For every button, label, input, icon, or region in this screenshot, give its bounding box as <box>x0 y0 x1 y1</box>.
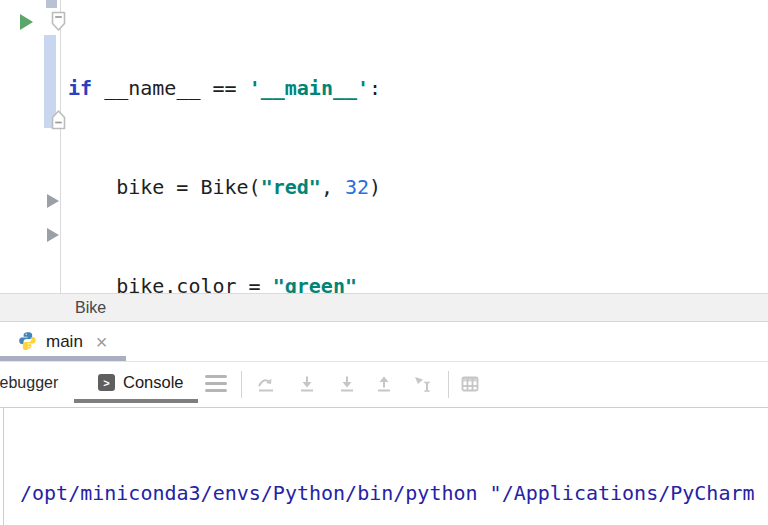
editor-tab-bar: main × <box>0 322 768 362</box>
code-editor[interactable]: if __name__ == '__main__': bike = Bike("… <box>0 0 768 293</box>
run-to-cursor-icon[interactable] <box>412 374 432 394</box>
code-line: bike = Bike("red", 32) <box>68 171 381 204</box>
vcs-change-stub <box>46 0 57 8</box>
console-icon: > <box>98 374 115 391</box>
tab-console[interactable]: > Console <box>98 362 184 403</box>
console-line: /opt/miniconda3/envs/Python/bin/python "… <box>20 477 755 510</box>
python-logo-icon <box>18 331 37 350</box>
close-tab-icon[interactable]: × <box>96 332 108 352</box>
console-tab-active-indicator <box>74 399 198 403</box>
console-left-border <box>3 408 4 525</box>
run-gutter-icon[interactable] <box>20 14 33 30</box>
step-over-icon[interactable] <box>256 374 276 394</box>
step-out-icon[interactable] <box>374 374 394 394</box>
toolbar-separator <box>241 371 242 398</box>
force-step-into-icon[interactable] <box>337 374 357 394</box>
folded-region-arrow-icon[interactable] <box>47 194 59 208</box>
fold-end-icon[interactable] <box>50 109 67 130</box>
toolbar-separator <box>448 371 449 398</box>
breadcrumb-bar: Bike <box>0 293 768 322</box>
step-into-icon[interactable] <box>297 374 317 394</box>
fold-start-icon[interactable] <box>50 11 67 32</box>
folded-region-arrow-icon[interactable] <box>47 228 59 242</box>
tab-main-label[interactable]: main <box>46 332 83 352</box>
tab-selected-indicator <box>0 356 126 361</box>
tab-debugger[interactable]: Debugger <box>0 362 58 403</box>
tab-console-label: Console <box>123 373 184 392</box>
view-as-table-icon[interactable] <box>460 374 480 394</box>
debug-toolbar: Debugger > Console <box>0 362 768 407</box>
code-line: if __name__ == '__main__': <box>68 72 381 105</box>
gutter-separator <box>60 0 61 293</box>
tab-debugger-label: Debugger <box>0 374 58 392</box>
breadcrumb-item-bike[interactable]: Bike <box>75 299 106 317</box>
hamburger-icon[interactable] <box>205 375 227 396</box>
console-output-text: /opt/miniconda3/envs/Python/bin/python "… <box>20 409 755 525</box>
pycharm-window: if __name__ == '__main__': bike = Bike("… <box>0 0 768 525</box>
